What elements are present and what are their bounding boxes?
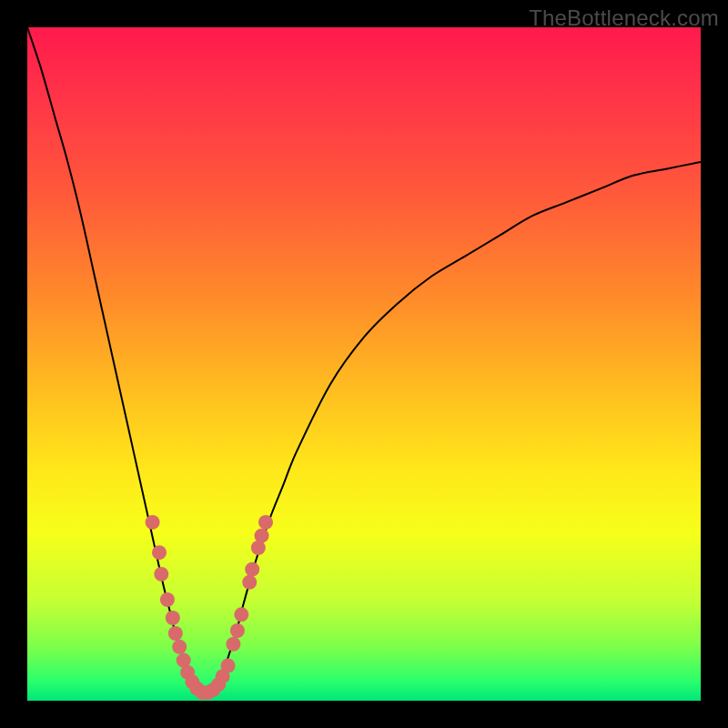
bead-dot <box>172 640 187 654</box>
bead-dot <box>154 567 168 581</box>
bead-dot <box>160 592 175 607</box>
bead-dot <box>221 659 236 673</box>
watermark-text: TheBottleneck.com <box>529 5 719 31</box>
bead-dot <box>152 545 167 560</box>
bottleneck-svg <box>27 27 701 701</box>
bottleneck-curve <box>27 27 701 695</box>
bead-dot <box>245 562 259 577</box>
bead-dot <box>226 637 240 652</box>
plot-area <box>27 27 701 701</box>
bead-dot <box>242 575 257 590</box>
bead-dot <box>258 515 273 530</box>
bead-dot <box>146 515 160 530</box>
bead-group <box>146 515 273 700</box>
bead-dot <box>166 611 180 625</box>
bead-dot <box>234 607 248 622</box>
bead-dot <box>230 623 245 638</box>
bead-dot <box>168 626 183 641</box>
bead-dot <box>255 529 269 543</box>
chart-frame: TheBottleneck.com <box>0 0 728 728</box>
